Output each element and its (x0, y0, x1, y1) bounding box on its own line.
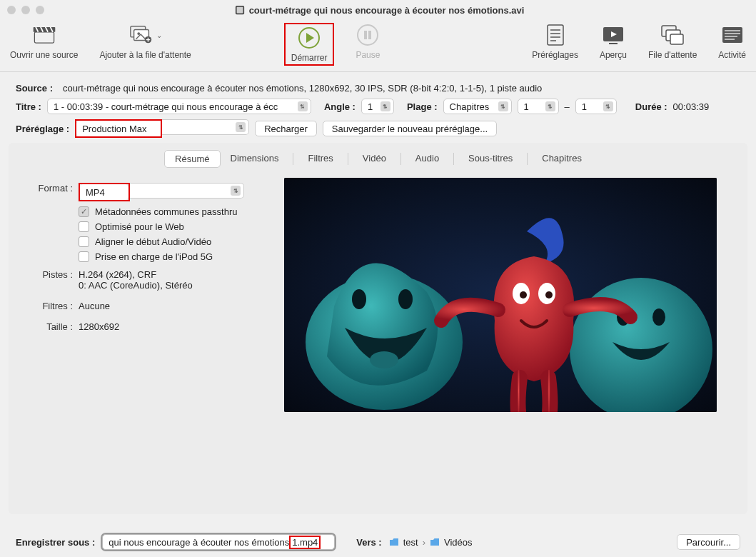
path-sep: › (423, 537, 425, 548)
preview-label: Aperçu (600, 50, 627, 60)
browse-button[interactable]: Parcourir... (677, 534, 740, 550)
svg-point-26 (652, 308, 665, 326)
updown-icon: ⇅ (545, 101, 555, 111)
svg-point-29 (520, 291, 527, 298)
presets-icon (543, 23, 568, 47)
save-as-extension: 1.mp4 (289, 536, 321, 549)
format-select[interactable]: ⇅ (130, 183, 244, 199)
pause-button: Pause (356, 23, 380, 60)
checkbox-meta[interactable]: ✓ (79, 206, 89, 217)
range-from-select[interactable]: 1 ⇅ (518, 99, 559, 114)
preset-select[interactable]: ⇅ (162, 119, 249, 135)
duration-value: 00:03:39 (673, 101, 710, 112)
filters-label: Filtres : (27, 301, 73, 311)
queue-icon (660, 23, 685, 47)
reload-preset-button[interactable]: Recharger (255, 121, 317, 136)
checkbox-align[interactable] (79, 236, 89, 247)
tabs: Résumé Dimensions Filtres Vidéo Audio So… (16, 150, 740, 168)
summary-left: Format : MP4 ⇅ ✓ Métadonnées communes pa… (27, 178, 270, 412)
svg-rect-14 (609, 43, 618, 44)
tab-chapters[interactable]: Chapitres (532, 150, 592, 168)
window-controls (7, 6, 44, 14)
format-value: MP4 (86, 187, 105, 198)
video-preview (284, 178, 717, 412)
preview-icon (601, 23, 625, 47)
checkbox-ipod-label: Prise en charge de l'iPod 5G (95, 251, 213, 262)
updown-icon: ⇅ (603, 101, 613, 111)
tracks-label: Pistes : (27, 269, 73, 280)
range-label: Plage : (407, 101, 438, 112)
title-select[interactable]: 1 - 00:03:39 - court-métrage qui nous en… (47, 99, 311, 114)
app-icon (235, 5, 245, 15)
checkbox-meta-label: Métadonnées communes passthru (95, 206, 237, 217)
updown-icon: ⇅ (231, 186, 241, 196)
svg-rect-1 (236, 7, 243, 14)
range-from-value: 1 (524, 101, 529, 112)
preview-button[interactable]: Aperçu (600, 23, 627, 60)
pause-label: Pause (356, 50, 380, 60)
path-breadcrumb[interactable]: test › Vidéos (389, 537, 473, 548)
tab-filters[interactable]: Filtres (298, 150, 343, 168)
pause-icon (356, 23, 380, 47)
updown-icon: ⇅ (298, 101, 308, 111)
save-as-label: Enregistrer sous : (16, 537, 95, 548)
to-label: Vers : (356, 537, 381, 548)
size-label: Taille : (27, 321, 73, 332)
images-plus-icon (129, 23, 153, 47)
svg-rect-2 (34, 32, 54, 43)
save-as-field[interactable]: qui nous encourage à écouter nos émotion… (102, 534, 335, 550)
size-value: 1280x692 (79, 321, 270, 332)
presets-button[interactable]: Préréglages (532, 23, 578, 60)
chevron-down-icon[interactable]: ⌄ (156, 31, 162, 39)
queue-button[interactable]: File d'attente (648, 23, 697, 60)
checkbox-web[interactable] (79, 221, 89, 232)
zoom-window[interactable] (36, 6, 44, 14)
activity-icon (720, 23, 745, 47)
activity-button[interactable]: Activité (718, 23, 746, 60)
add-queue-label: Ajouter à la file d'attente (99, 50, 191, 60)
close-window[interactable] (7, 6, 16, 14)
svg-rect-11 (368, 31, 371, 39)
tab-dimensions[interactable]: Dimensions (221, 150, 289, 168)
start-button[interactable]: Démarrer (284, 23, 335, 66)
filters-value: Aucune (79, 301, 270, 311)
tab-summary[interactable]: Résumé (164, 150, 220, 168)
updown-icon: ⇅ (498, 101, 508, 111)
folder-icon (389, 538, 399, 546)
tab-subtitles[interactable]: Sous-titres (458, 150, 523, 168)
clapperboard-icon (32, 23, 56, 47)
preset-select-inner: Production Max (76, 121, 161, 136)
titlebar: court-métrage qui nous encourage à écout… (0, 0, 756, 20)
svg-point-6 (137, 32, 140, 35)
tab-video[interactable]: Vidéo (353, 150, 396, 168)
path-seg2: Vidéos (444, 537, 473, 548)
window-title: court-métrage qui nous encourage à écout… (44, 5, 715, 16)
preset-label: Préréglage : (16, 124, 69, 134)
range-type-select[interactable]: Chapitres ⇅ (443, 99, 512, 114)
format-select-inner: MP4 (80, 184, 128, 200)
play-icon (297, 26, 321, 50)
minimize-window[interactable] (21, 6, 30, 14)
svg-point-9 (358, 25, 378, 45)
checkbox-ipod[interactable] (79, 251, 89, 262)
angle-select[interactable]: 1 ⇅ (361, 99, 394, 114)
add-queue-button[interactable]: ⌄ Ajouter à la file d'attente (99, 23, 191, 60)
updown-icon: ⇅ (236, 122, 246, 132)
svg-point-30 (545, 291, 553, 298)
format-label: Format : (27, 183, 73, 194)
save-preset-button[interactable]: Sauvegarder le nouveau préréglage... (323, 121, 497, 136)
path-seg1: test (403, 537, 418, 548)
source-label: Source : (16, 83, 53, 94)
activity-label: Activité (718, 50, 746, 60)
open-source-button[interactable]: Ouvrir une source (10, 23, 78, 60)
save-as-filename: qui nous encourage à écouter nos émotion… (109, 537, 289, 548)
tab-audio[interactable]: Audio (405, 150, 449, 168)
range-to-select[interactable]: 1 ⇅ (575, 99, 617, 114)
window-title-text: court-métrage qui nous encourage à écout… (249, 5, 525, 16)
svg-rect-17 (670, 34, 683, 44)
presets-label: Préréglages (532, 50, 578, 60)
checkbox-align-label: Aligner le début Audio/Vidéo (95, 236, 211, 247)
folder-icon (430, 538, 440, 546)
svg-point-21 (352, 289, 366, 309)
source-value: court-métrage qui nous encourage à écout… (63, 83, 542, 94)
